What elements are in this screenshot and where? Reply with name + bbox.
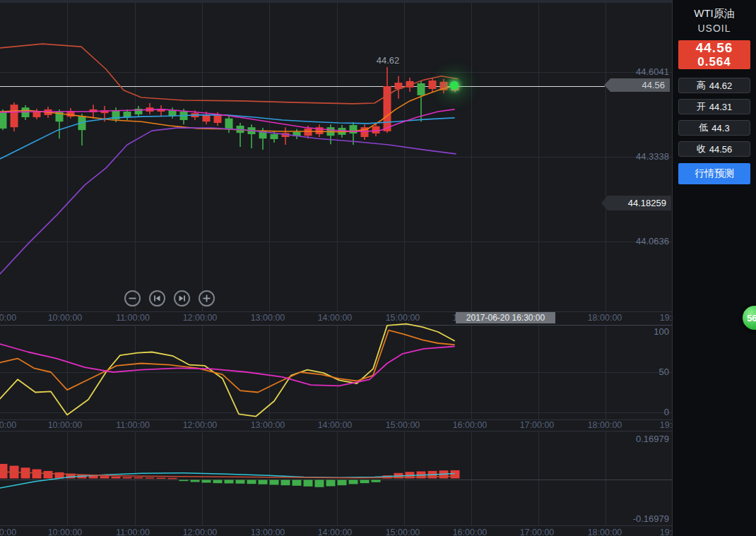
stat-row-open: 开 44.31: [678, 99, 750, 114]
price-chart-canvas[interactable]: 0:0010:00:0011:00:0012:00:0013:00:0014:0…: [0, 0, 673, 536]
macd-layer: [0, 464, 460, 488]
time-axis-label: 10:00:00: [48, 313, 83, 323]
macd-axis-label: -0.16979: [633, 513, 669, 524]
price-axis-label: 44.6041: [636, 66, 669, 77]
candle-body: [214, 115, 222, 123]
time-axis-label: 19:0: [660, 528, 673, 536]
macd-bar: [326, 480, 336, 487]
chart-area[interactable]: 0:0010:00:0011:00:0012:00:0013:00:0014:0…: [0, 0, 673, 536]
macd-bar: [338, 480, 347, 486]
time-axis-label: 11:00:00: [116, 313, 150, 323]
osc-axis-label: 100: [654, 326, 669, 337]
macd-bar: [281, 480, 290, 486]
forecast-button[interactable]: 行情预测: [678, 163, 750, 184]
time-axis-label: 0:00: [0, 528, 16, 536]
macd-bar: [349, 480, 358, 484]
time-axis-label: 15:00:00: [386, 313, 420, 323]
time-axis-label: 15:00:00: [386, 420, 420, 430]
time-axis-label: 13:00:00: [251, 313, 285, 323]
stat-label: 开: [697, 100, 706, 113]
minus-icon: [127, 293, 138, 304]
candle-body: [305, 129, 312, 136]
time-axis-label: 16:00:00: [453, 528, 488, 536]
candle-high-label: 44.62: [372, 55, 404, 66]
last-price: 44.56: [678, 40, 750, 56]
time-axis-label: 14:00:00: [318, 528, 353, 536]
quote-box: 44.56 0.564: [678, 40, 750, 69]
symbol-name-cn: WTI原油: [673, 7, 756, 20]
skip-to-start-button[interactable]: [149, 290, 165, 306]
current-price-tag: 44.56: [604, 78, 670, 92]
zoom-in-button[interactable]: [199, 290, 215, 306]
time-axis-label: 12:00:00: [183, 528, 218, 536]
zoom-out-button[interactable]: [124, 290, 141, 306]
time-axis-label: 18:00:00: [588, 420, 622, 430]
kdj-layer: [0, 324, 454, 417]
macd-bar: [0, 464, 8, 479]
stat-row-close: 收 44.56: [678, 141, 750, 157]
stat-value: 44.31: [709, 102, 733, 112]
quote-sidebar: WTI原油 USOIL 44.56 0.564 高 44.62 开 44.31 …: [673, 0, 756, 536]
candle-body: [350, 125, 358, 133]
time-axis-label: 19:0: [660, 313, 673, 323]
candle-body: [429, 81, 437, 89]
candle-body: [418, 83, 425, 95]
macd-bar: [112, 477, 121, 479]
skip-to-end-button[interactable]: [174, 290, 190, 306]
macd-bar: [157, 478, 166, 480]
price-marker-tag: 44.18259: [601, 196, 671, 210]
candle-body: [271, 134, 278, 139]
candle-body: [0, 112, 7, 129]
time-axis-label: 14:00:00: [318, 313, 353, 323]
macd-bar: [236, 480, 245, 484]
time-axis-label: 18:00:00: [588, 313, 622, 323]
macd-bar: [202, 480, 211, 483]
time-axis-label: 10:00:00: [48, 420, 83, 430]
macd-bar: [146, 477, 155, 479]
stat-label: 收: [697, 143, 706, 155]
time-axis-label: 0:00: [0, 420, 16, 430]
candle-body: [33, 112, 41, 117]
last-price-glow-icon: [450, 81, 459, 90]
macd-bar: [315, 480, 324, 487]
stat-value: 44.62: [709, 81, 733, 91]
price-axis-label: 44.3338: [636, 151, 669, 162]
candle-body: [124, 112, 131, 117]
time-axis-label: 13:00:00: [251, 528, 285, 536]
stat-row-low: 低 44.3: [678, 120, 750, 136]
macd-bar: [168, 478, 177, 480]
macd-bar: [451, 470, 460, 479]
time-axis-label: 11:00:00: [116, 528, 150, 536]
stat-row-high: 高 44.62: [678, 78, 750, 93]
candle-body: [169, 110, 177, 116]
price-change: 0.564: [678, 56, 750, 69]
time-axis-label: 0:00: [0, 313, 16, 323]
skip-back-icon: [152, 293, 163, 304]
skip-forward-icon: [177, 293, 187, 304]
candle-body: [11, 105, 18, 127]
macd-bar: [134, 477, 143, 479]
crosshair-time-tag: 2017-06-20 16:30:00: [456, 312, 555, 323]
macd-axis-label: 0.16979: [636, 434, 669, 444]
bollinger-lower: [0, 128, 456, 274]
macd-bar: [123, 477, 132, 479]
time-axis-label: 11:00:00: [116, 420, 150, 430]
time-axis-label: 14:00:00: [318, 420, 353, 430]
macd-bar: [213, 480, 223, 484]
time-axis-label: 17:00:00: [520, 420, 555, 430]
stat-value: 44.56: [709, 144, 733, 155]
time-axis-label: 12:00:00: [183, 420, 218, 430]
grid-layer: [0, 0, 673, 536]
macd-bar: [44, 471, 53, 479]
ma-lines-layer: [0, 44, 458, 274]
osc-axis-label: 0: [664, 407, 669, 417]
macd-bar: [225, 480, 234, 484]
time-axis-label: 13:00:00: [251, 420, 285, 430]
time-axis-label: 10:00:00: [48, 528, 83, 536]
price-axis-label: 44.0636: [636, 236, 669, 246]
candle-body: [225, 119, 233, 129]
macd-bar: [304, 480, 313, 487]
macd-bar: [259, 480, 268, 484]
trading-app: 0:0010:00:0011:00:0012:00:0013:00:0014:0…: [0, 0, 756, 536]
time-axis-label: 18:00:00: [588, 528, 622, 536]
